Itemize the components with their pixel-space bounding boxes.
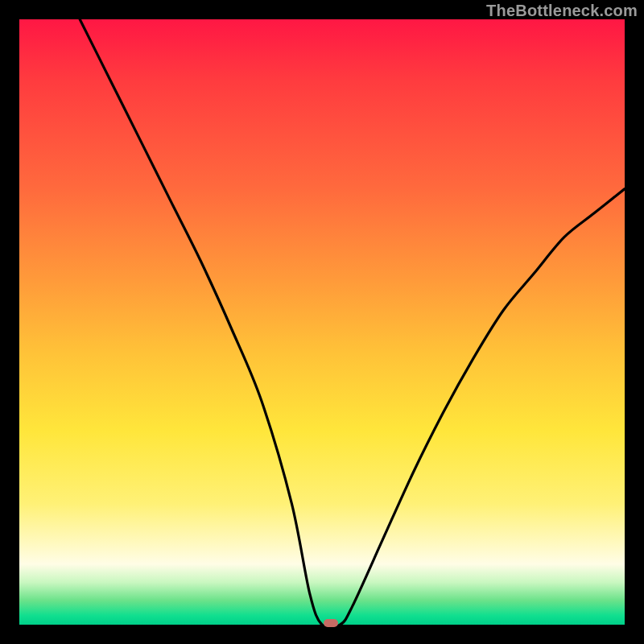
bottleneck-marker xyxy=(324,619,338,627)
bottleneck-curve xyxy=(19,19,625,625)
chart-frame: TheBottleneck.com xyxy=(0,0,644,644)
watermark-text: TheBottleneck.com xyxy=(486,2,638,20)
curve-path xyxy=(80,19,625,625)
